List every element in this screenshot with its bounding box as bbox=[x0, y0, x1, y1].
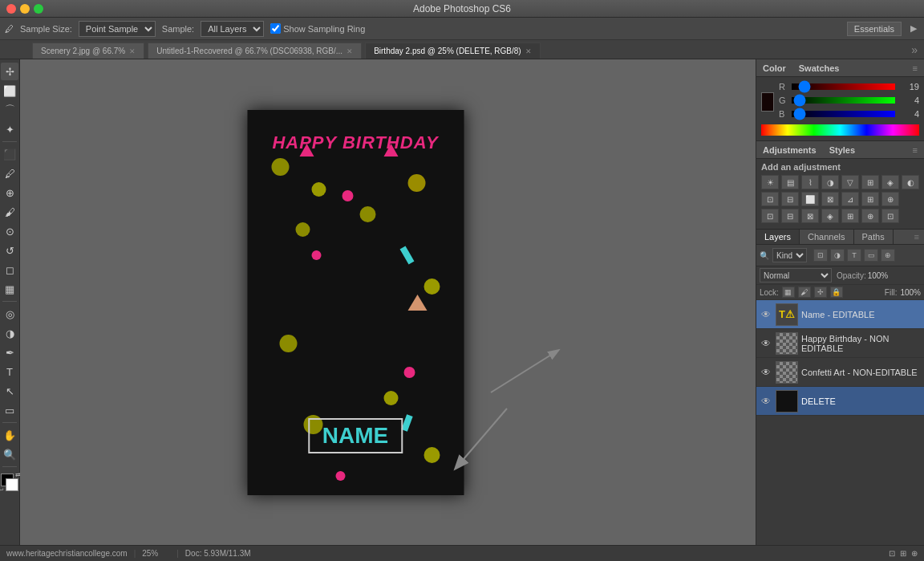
gradient-map-adj-icon[interactable]: ⊞ bbox=[861, 192, 879, 206]
adj3-4[interactable]: ◈ bbox=[821, 209, 839, 223]
layers-tab[interactable]: Layers bbox=[756, 230, 800, 244]
adj-panel-menu[interactable]: ≡ bbox=[913, 145, 918, 155]
color-swatch[interactable] bbox=[761, 92, 774, 112]
r-slider[interactable] bbox=[792, 83, 895, 90]
invert-adj-icon[interactable]: ⬜ bbox=[801, 192, 819, 206]
adj3-7[interactable]: ⊡ bbox=[881, 209, 899, 223]
pen-tool[interactable]: ✒ bbox=[1, 344, 18, 361]
threshold-adj-icon[interactable]: ⊿ bbox=[841, 192, 859, 206]
adj3-2[interactable]: ⊟ bbox=[781, 209, 799, 223]
magic-wand-tool[interactable]: ✦ bbox=[1, 120, 18, 138]
eraser-tool[interactable]: ◻ bbox=[1, 261, 18, 278]
minimize-button[interactable] bbox=[20, 4, 30, 14]
status-icon-2[interactable]: ⊞ bbox=[900, 549, 906, 558]
adj3-1[interactable]: ⊡ bbox=[761, 209, 779, 223]
filter-shape-icon[interactable]: ▭ bbox=[864, 249, 878, 262]
exposure-adj-icon[interactable]: ◑ bbox=[821, 175, 839, 189]
layer-item-confetti[interactable]: 👁 Confetti Art - NON-EDITABLE bbox=[756, 358, 924, 387]
text-tool[interactable]: T bbox=[1, 363, 18, 380]
crop-tool[interactable]: ⬛ bbox=[1, 145, 18, 163]
photo-adj-icon[interactable]: ⊡ bbox=[761, 192, 779, 206]
show-sampling-ring-label[interactable]: Show Sampling Ring bbox=[270, 23, 365, 34]
status-icon-1[interactable]: ⊡ bbox=[889, 549, 895, 558]
adj-tab[interactable]: Adjustments bbox=[763, 145, 817, 155]
filter-smart-icon[interactable]: ⊕ bbox=[881, 249, 895, 262]
layer-item-happy-birthday[interactable]: 👁 Happy Birthday - NON EDITABLE bbox=[756, 329, 924, 358]
layer-eye-2[interactable]: 👁 bbox=[760, 367, 772, 378]
tab-birthday[interactable]: Birthday 2.psd @ 25% (DELETE, RGB/8) ✕ bbox=[365, 43, 541, 59]
filter-adj-icon[interactable]: ◑ bbox=[830, 249, 845, 262]
fg-bg-color[interactable]: ⇄ ↩ bbox=[1, 474, 18, 491]
lock-all-icon[interactable]: 🔒 bbox=[830, 287, 843, 298]
brush-tool[interactable]: 🖌 bbox=[1, 203, 18, 221]
tab-untitled[interactable]: Untitled-1-Recovered @ 66.7% (DSC06938, … bbox=[148, 43, 362, 59]
layer-eye-0[interactable]: 👁 bbox=[760, 309, 772, 320]
layer-eye-1[interactable]: 👁 bbox=[760, 338, 772, 349]
layers-kind-select[interactable]: Kind bbox=[772, 248, 807, 262]
close-button[interactable] bbox=[6, 4, 16, 14]
color-spectrum[interactable] bbox=[761, 124, 919, 136]
posterize-adj-icon[interactable]: ⊠ bbox=[821, 192, 839, 206]
blur-tool[interactable]: ◎ bbox=[1, 305, 18, 323]
lock-position-icon[interactable]: ✢ bbox=[814, 287, 827, 298]
healing-brush-tool[interactable]: ⊕ bbox=[1, 184, 18, 201]
hsl-adj-icon[interactable]: ⊞ bbox=[861, 175, 879, 189]
levels-adj-icon[interactable]: ▤ bbox=[781, 175, 799, 189]
layer-eye-3[interactable]: 👁 bbox=[760, 396, 772, 407]
canvas-frame[interactable]: HAPPY BIRTHDAY NAME bbox=[247, 110, 464, 495]
sample-size-select[interactable]: Point Sample bbox=[79, 21, 156, 37]
tab-untitled-close[interactable]: ✕ bbox=[346, 47, 353, 55]
vibrance-adj-icon[interactable]: ▽ bbox=[841, 175, 859, 189]
colorbal-adj-icon[interactable]: ◈ bbox=[881, 175, 899, 189]
styles-tab[interactable]: Styles bbox=[829, 145, 855, 155]
show-sampling-ring-checkbox[interactable] bbox=[270, 23, 281, 34]
layer-item-name-editable[interactable]: 👁 T⚠ Name - EDITABLE bbox=[756, 300, 924, 329]
adj3-6[interactable]: ⊕ bbox=[861, 209, 879, 223]
sample-select[interactable]: All Layers bbox=[201, 21, 264, 37]
blend-mode-select[interactable]: Normal bbox=[760, 268, 832, 283]
channels-tab[interactable]: Channels bbox=[800, 230, 853, 244]
layers-panel-menu[interactable]: ≡ bbox=[910, 230, 924, 244]
color-panel-menu[interactable]: ≡ bbox=[913, 63, 918, 73]
channel-adj-icon[interactable]: ⊟ bbox=[781, 192, 799, 206]
filter-type-icon[interactable]: T bbox=[847, 249, 861, 262]
essentials-button[interactable]: Essentials bbox=[847, 22, 902, 36]
marquee-tool[interactable]: ⬜ bbox=[1, 82, 18, 100]
color-tab[interactable]: Color bbox=[763, 63, 786, 73]
swatches-tab[interactable]: Swatches bbox=[799, 63, 840, 73]
lasso-tool[interactable]: ⌒ bbox=[1, 101, 18, 119]
fill-value[interactable]: 100% bbox=[900, 288, 921, 297]
bw-adj-icon[interactable]: ◐ bbox=[902, 175, 919, 189]
history-brush-tool[interactable]: ↺ bbox=[1, 242, 18, 259]
gradient-tool[interactable]: ▦ bbox=[1, 280, 18, 298]
lock-transparency-icon[interactable]: ▦ bbox=[782, 287, 795, 298]
paths-tab[interactable]: Paths bbox=[854, 230, 894, 244]
brightness-adj-icon[interactable]: ☀ bbox=[761, 175, 779, 189]
lock-image-icon[interactable]: 🖌 bbox=[798, 287, 811, 298]
adj3-5[interactable]: ⊞ bbox=[841, 209, 859, 223]
zoom-tool[interactable]: 🔍 bbox=[1, 445, 18, 463]
tab-scenery[interactable]: Scenery 2.jpg @ 66.7% ✕ bbox=[32, 43, 144, 59]
filter-pixel-icon[interactable]: ⊡ bbox=[813, 249, 828, 262]
clone-stamp-tool[interactable]: ⊙ bbox=[1, 222, 18, 240]
opacity-value[interactable]: 100% bbox=[868, 271, 889, 280]
b-slider[interactable] bbox=[792, 111, 895, 117]
move-tool[interactable]: ✢ bbox=[1, 63, 18, 80]
adj3-3[interactable]: ⊠ bbox=[801, 209, 819, 223]
background-color[interactable] bbox=[6, 478, 18, 491]
path-select-tool[interactable]: ↖ bbox=[1, 382, 18, 400]
tab-collapse-icon[interactable]: » bbox=[908, 43, 921, 56]
selective-adj-icon[interactable]: ⊕ bbox=[881, 192, 899, 206]
name-text[interactable]: NAME bbox=[308, 418, 403, 453]
curves-adj-icon[interactable]: ⌇ bbox=[801, 175, 819, 189]
panel-arrow-icon[interactable]: ▶ bbox=[908, 23, 919, 34]
layer-item-delete[interactable]: 👁 DELETE bbox=[756, 387, 924, 416]
status-icon-3[interactable]: ⊕ bbox=[911, 549, 918, 558]
tab-birthday-close[interactable]: ✕ bbox=[525, 47, 532, 55]
default-colors-icon[interactable]: ↩ bbox=[0, 486, 4, 494]
g-slider[interactable] bbox=[792, 97, 895, 104]
hand-tool[interactable]: ✋ bbox=[1, 426, 18, 444]
eyedropper-tool[interactable]: 🖊 bbox=[1, 165, 18, 182]
shape-tool[interactable]: ▭ bbox=[1, 401, 18, 419]
maximize-button[interactable] bbox=[34, 4, 43, 14]
